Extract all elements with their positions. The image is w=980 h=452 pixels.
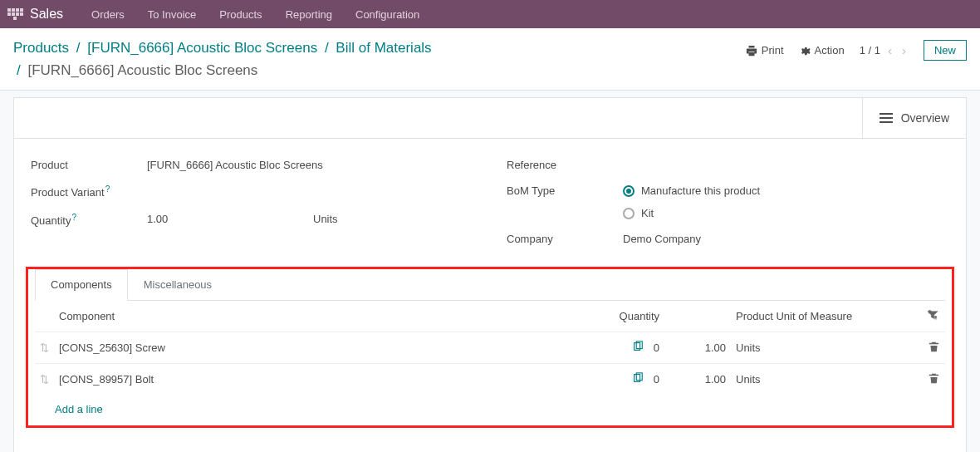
nav-configuration[interactable]: Configuration xyxy=(344,8,431,21)
pager-prev-icon[interactable]: ‹ xyxy=(885,43,894,57)
breadcrumb-current: [FURN_6666] Acoustic Bloc Screens xyxy=(27,62,257,78)
help-icon[interactable]: ? xyxy=(71,213,76,222)
table-row: ⇅ [CONS_25630] Screw 0 1.00 Units xyxy=(35,332,945,364)
overview-button[interactable]: Overview xyxy=(862,98,966,138)
action-button[interactable]: Action xyxy=(799,44,845,56)
pager-next-icon[interactable]: › xyxy=(899,43,909,57)
product-value[interactable]: [FURN_6666] Acoustic Bloc Screens xyxy=(147,159,473,171)
new-button[interactable]: New xyxy=(924,40,967,61)
breadcrumb: Products / [FURN_6666] Acoustic Bloc Scr… xyxy=(13,37,432,81)
nav-to-invoice[interactable]: To Invoice xyxy=(136,8,208,21)
tab-miscellaneous[interactable]: Miscellaneous xyxy=(128,269,228,300)
drag-handle-icon[interactable]: ⇅ xyxy=(35,332,54,364)
component-cell[interactable]: [CONS_89957] Bolt xyxy=(54,364,548,396)
gear-icon xyxy=(799,45,811,56)
copy-icon[interactable] xyxy=(632,341,644,355)
nav-products[interactable]: Products xyxy=(208,8,273,21)
zero-value: 0 xyxy=(654,373,659,386)
svg-point-0 xyxy=(929,311,931,313)
nav-orders[interactable]: Orders xyxy=(80,8,136,21)
delete-icon[interactable] xyxy=(922,364,945,396)
breadcrumb-products[interactable]: Products xyxy=(13,40,69,56)
breadcrumb-product[interactable]: [FURN_6666] Acoustic Bloc Screens xyxy=(87,40,317,56)
reference-label: Reference xyxy=(507,159,623,171)
svg-point-1 xyxy=(934,317,937,319)
col-uom: Product Unit of Measure xyxy=(731,301,922,332)
radio-checked-icon xyxy=(623,185,635,197)
col-component: Component xyxy=(54,301,548,332)
radio-kit[interactable]: Kit xyxy=(623,207,949,219)
help-icon[interactable]: ? xyxy=(105,184,110,194)
quantity-label: Quantity? xyxy=(31,213,147,227)
zero-value: 0 xyxy=(654,341,659,354)
copy-icon[interactable] xyxy=(632,372,644,386)
company-label: Company xyxy=(507,233,623,245)
drag-handle-icon[interactable]: ⇅ xyxy=(35,364,54,396)
component-cell[interactable]: [CONS_25630] Screw xyxy=(54,332,548,364)
variant-label: Product Variant? xyxy=(31,184,147,199)
uom-cell[interactable]: Units xyxy=(731,364,922,396)
pager: 1 / 1 ‹ › xyxy=(860,43,909,57)
hamburger-icon xyxy=(880,113,893,123)
company-value[interactable]: Demo Company xyxy=(623,233,949,245)
print-button[interactable]: Print xyxy=(746,44,784,56)
product-label: Product xyxy=(31,159,147,171)
table-row: ⇅ [CONS_89957] Bolt 0 1.00 Units xyxy=(35,364,945,396)
breadcrumb-bom[interactable]: Bill of Materials xyxy=(336,40,431,56)
quantity-cell[interactable]: 1.00 xyxy=(664,364,731,396)
add-line-button[interactable]: Add a line xyxy=(35,395,945,415)
radio-manufacture[interactable]: Manufacture this product xyxy=(623,184,949,197)
apps-icon[interactable] xyxy=(7,6,23,22)
quantity-cell[interactable]: 1.00 xyxy=(664,332,731,364)
filter-icon[interactable] xyxy=(922,301,945,332)
app-brand[interactable]: Sales xyxy=(30,7,63,22)
uom-cell[interactable]: Units xyxy=(731,332,922,364)
quantity-unit[interactable]: Units xyxy=(313,213,338,225)
col-quantity: Quantity xyxy=(548,301,664,332)
delete-icon[interactable] xyxy=(922,332,945,364)
tab-components[interactable]: Components xyxy=(35,269,128,301)
print-icon xyxy=(746,45,757,56)
radio-unchecked-icon xyxy=(623,208,635,219)
quantity-value[interactable]: 1.00 xyxy=(147,213,296,225)
nav-reporting[interactable]: Reporting xyxy=(274,8,344,21)
bom-type-label: BoM Type xyxy=(507,184,623,197)
